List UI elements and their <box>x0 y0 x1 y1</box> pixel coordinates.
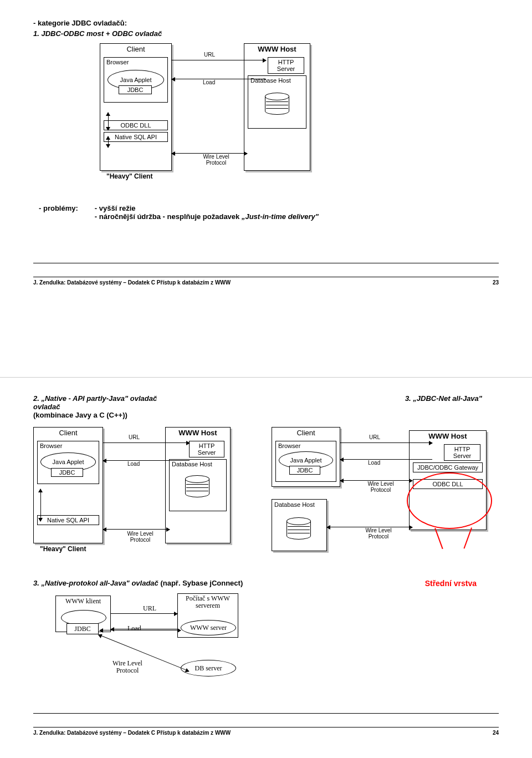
simple-dbserver: DB server <box>181 660 236 676</box>
page1-number: 23 <box>493 279 499 286</box>
url-label: URL <box>204 52 215 58</box>
wire-label1: Wire Level Protocol <box>200 154 233 166</box>
h2-native-api: 2. „Native - API partly-Java" ovladač <box>33 394 157 403</box>
native-sql-box: Native SQL API <box>104 132 168 142</box>
right-jdbc-box: JDBC <box>289 466 320 475</box>
page2-footer: J. Zendulka: Databázové systémy – Dodate… <box>33 730 231 736</box>
simple-arrow-load <box>111 629 177 629</box>
simple-wire-label: Wire Level Protocol <box>105 660 150 674</box>
heavy-client-label: "Heavy" Client <box>106 173 152 180</box>
right-wire2-label: Wire Level Protocol <box>362 528 395 540</box>
problem-a: - vyšší režie <box>95 204 319 212</box>
heading-categories: - kategorie JDBC ovladačů: <box>33 19 499 27</box>
cylinder-icon <box>265 93 289 115</box>
http-server-box: HTTP Server <box>268 57 304 74</box>
simple-wwwserver: WWW server <box>181 620 236 635</box>
right-applet-label: Java Applet <box>290 457 322 464</box>
h2-native-api-b: ovladač <box>33 403 157 411</box>
right-www-host-title: WWW Host <box>410 431 486 442</box>
arrow-odbc-native <box>108 136 109 147</box>
heading-item1: 1. JDBC-ODBC most + ODBC ovladač <box>33 29 499 38</box>
odbc-dll-box: ODBC DLL <box>104 120 168 130</box>
left-www-host-title: WWW Host <box>166 428 230 439</box>
left-http-label: HTTP Server <box>198 442 216 456</box>
simple-arrow-ws <box>100 630 181 630</box>
www-host-box: WWW Host HTTP Server Database Host <box>244 43 310 171</box>
client-box: Client Browser Java Applet JDBC ODBC DLL… <box>100 43 172 171</box>
left-www-host: WWW Host HTTP Server Database Host <box>165 427 231 543</box>
left-arrow-load <box>103 460 190 461</box>
simple-jdbc-box: JDBC <box>66 623 99 634</box>
simple-url: URL <box>143 604 156 613</box>
simple-dbserver-label: DB server <box>195 664 222 673</box>
db-host-box: Database Host <box>248 75 306 129</box>
left-browser-label: Browser <box>40 442 62 449</box>
arrow-wire1 <box>172 153 247 154</box>
left-db-host: Database Host <box>169 459 227 511</box>
left-arrow-url <box>103 442 190 443</box>
browser-box: Browser Java Applet JDBC <box>104 57 168 103</box>
right-jdbc-label: JDBC <box>297 467 313 474</box>
right-db-host-label: Database Host <box>272 500 326 510</box>
www-host-title: WWW Host <box>244 44 310 55</box>
simple-arrow-url <box>111 613 177 614</box>
page1-footer: J. Zendulka: Databázové systémy – Dodate… <box>33 279 231 286</box>
jdbc-box: JDBC <box>119 85 152 94</box>
right-http-box: HTTP Server <box>444 444 480 461</box>
left-url-label: URL <box>129 435 140 441</box>
right-url-label: URL <box>369 435 380 441</box>
client-title: Client <box>100 44 171 55</box>
left-native-sql: Native SQL API <box>37 515 99 525</box>
h2-combi: (kombinace Javy a C (C++)) <box>33 411 157 419</box>
left-load-label: Load <box>127 461 140 467</box>
db-host-label: Database Host <box>250 77 304 84</box>
page2-number: 24 <box>493 730 499 736</box>
left-arrow-wire <box>103 529 170 530</box>
http-label: HTTP Server <box>277 59 295 72</box>
right-gateway-box: JDBC/ODBC Gateway <box>413 462 483 472</box>
applet-label: Java Applet <box>120 77 152 83</box>
jdbc-label: JDBC <box>127 87 144 93</box>
left-client-title: Client <box>34 428 103 439</box>
left-jdbc-box: JDBC <box>51 468 83 477</box>
right-browser-box: Browser Java Applet JDBC <box>275 441 336 482</box>
left-wire-label: Wire Level Protocol <box>124 531 156 543</box>
left-jdbc-label: JDBC <box>59 469 75 476</box>
simple-pc-label: Počítač s WWW serverem <box>178 595 238 609</box>
right-arrow-load <box>340 459 432 460</box>
browser-label: Browser <box>106 59 129 65</box>
red-label: Střední vrstva <box>425 579 477 588</box>
load-label: Load <box>203 80 215 86</box>
problems-lead: - problémy: <box>39 204 78 221</box>
right-client-box: Client Browser Java Applet JDBC <box>272 427 340 487</box>
right-arrow-wire1 <box>340 480 412 481</box>
simple-jdbc-label: JDBC <box>74 625 90 633</box>
red-connector-2 <box>463 527 472 548</box>
red-highlight-ellipse <box>407 472 492 529</box>
left-client-box: Client Browser Java Applet JDBC Native S… <box>33 427 103 543</box>
red-connector-1 <box>434 528 443 549</box>
arrow-url <box>172 60 266 60</box>
right-db-host: Database Host <box>272 499 327 551</box>
left-db-host-label: Database Host <box>172 461 224 467</box>
right-client-title: Client <box>272 428 340 439</box>
h2-jdbc-net: 3. „JDBC-Net all-Java" <box>405 394 482 419</box>
right-arrow-wire2 <box>327 527 412 527</box>
arrow-load <box>172 79 266 79</box>
left-arrow-internal <box>40 489 41 521</box>
left-cylinder <box>185 475 209 497</box>
arrow-browser-odbc <box>108 113 109 130</box>
simple-wwwserver-label: WWW server <box>190 624 227 632</box>
right-http-label: HTTP Server <box>453 446 471 459</box>
left-browser-box: Browser Java Applet JDBC <box>37 441 99 484</box>
right-cylinder <box>287 517 311 540</box>
left-http-box: HTTP Server <box>189 441 224 457</box>
simple-klient-label: WWW klient <box>56 597 110 606</box>
left-heavy: "Heavy" Client <box>40 546 86 553</box>
left-applet-label: Java Applet <box>53 459 84 465</box>
right-load-label: Load <box>368 460 380 466</box>
right-arrow-url <box>340 442 432 443</box>
right-browser-label: Browser <box>278 442 300 449</box>
right-wire1-label: Wire Level Protocol <box>365 481 397 493</box>
